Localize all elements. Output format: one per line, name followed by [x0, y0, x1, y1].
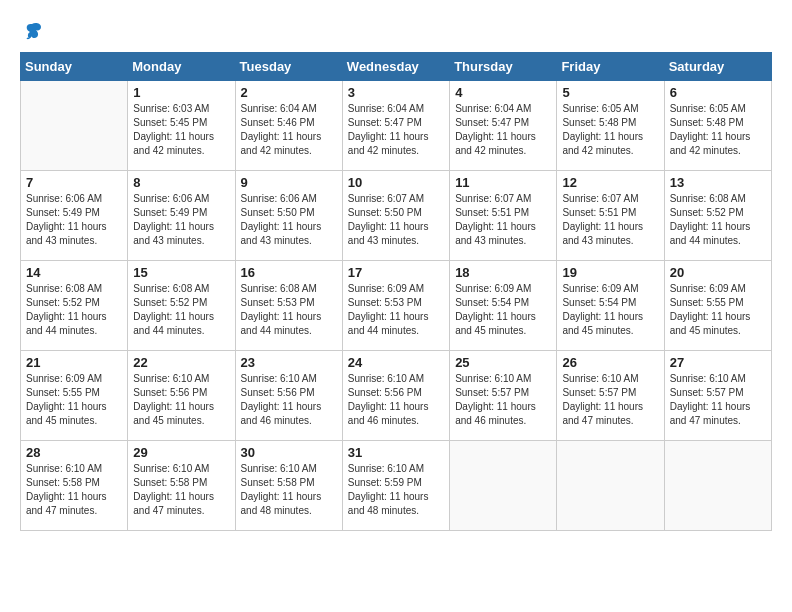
calendar-week-row: 7Sunrise: 6:06 AM Sunset: 5:49 PM Daylig… — [21, 171, 772, 261]
calendar-cell: 14Sunrise: 6:08 AM Sunset: 5:52 PM Dayli… — [21, 261, 128, 351]
calendar-cell: 11Sunrise: 6:07 AM Sunset: 5:51 PM Dayli… — [450, 171, 557, 261]
day-info: Sunrise: 6:10 AM Sunset: 5:58 PM Dayligh… — [241, 462, 337, 518]
day-info: Sunrise: 6:05 AM Sunset: 5:48 PM Dayligh… — [670, 102, 766, 158]
day-number: 15 — [133, 265, 229, 280]
day-info: Sunrise: 6:10 AM Sunset: 5:57 PM Dayligh… — [670, 372, 766, 428]
calendar-cell: 7Sunrise: 6:06 AM Sunset: 5:49 PM Daylig… — [21, 171, 128, 261]
day-number: 24 — [348, 355, 444, 370]
day-info: Sunrise: 6:10 AM Sunset: 5:56 PM Dayligh… — [348, 372, 444, 428]
calendar-cell: 3Sunrise: 6:04 AM Sunset: 5:47 PM Daylig… — [342, 81, 449, 171]
calendar-cell: 20Sunrise: 6:09 AM Sunset: 5:55 PM Dayli… — [664, 261, 771, 351]
day-info: Sunrise: 6:08 AM Sunset: 5:52 PM Dayligh… — [670, 192, 766, 248]
calendar-cell: 18Sunrise: 6:09 AM Sunset: 5:54 PM Dayli… — [450, 261, 557, 351]
calendar-cell: 12Sunrise: 6:07 AM Sunset: 5:51 PM Dayli… — [557, 171, 664, 261]
day-number: 8 — [133, 175, 229, 190]
calendar-cell: 30Sunrise: 6:10 AM Sunset: 5:58 PM Dayli… — [235, 441, 342, 531]
calendar-cell: 5Sunrise: 6:05 AM Sunset: 5:48 PM Daylig… — [557, 81, 664, 171]
calendar-cell: 16Sunrise: 6:08 AM Sunset: 5:53 PM Dayli… — [235, 261, 342, 351]
day-info: Sunrise: 6:09 AM Sunset: 5:55 PM Dayligh… — [670, 282, 766, 338]
weekday-header-tuesday: Tuesday — [235, 53, 342, 81]
calendar-cell: 23Sunrise: 6:10 AM Sunset: 5:56 PM Dayli… — [235, 351, 342, 441]
page-header — [20, 20, 772, 42]
day-number: 14 — [26, 265, 122, 280]
day-info: Sunrise: 6:09 AM Sunset: 5:55 PM Dayligh… — [26, 372, 122, 428]
day-number: 23 — [241, 355, 337, 370]
calendar-cell: 22Sunrise: 6:10 AM Sunset: 5:56 PM Dayli… — [128, 351, 235, 441]
calendar-cell: 27Sunrise: 6:10 AM Sunset: 5:57 PM Dayli… — [664, 351, 771, 441]
day-info: Sunrise: 6:04 AM Sunset: 5:46 PM Dayligh… — [241, 102, 337, 158]
day-number: 26 — [562, 355, 658, 370]
calendar-cell — [664, 441, 771, 531]
weekday-header-thursday: Thursday — [450, 53, 557, 81]
day-number: 11 — [455, 175, 551, 190]
day-number: 29 — [133, 445, 229, 460]
day-number: 31 — [348, 445, 444, 460]
weekday-header-monday: Monday — [128, 53, 235, 81]
day-number: 18 — [455, 265, 551, 280]
day-number: 20 — [670, 265, 766, 280]
day-number: 19 — [562, 265, 658, 280]
day-info: Sunrise: 6:08 AM Sunset: 5:53 PM Dayligh… — [241, 282, 337, 338]
day-number: 4 — [455, 85, 551, 100]
calendar-cell — [557, 441, 664, 531]
calendar-cell: 9Sunrise: 6:06 AM Sunset: 5:50 PM Daylig… — [235, 171, 342, 261]
day-info: Sunrise: 6:07 AM Sunset: 5:50 PM Dayligh… — [348, 192, 444, 248]
day-info: Sunrise: 6:06 AM Sunset: 5:50 PM Dayligh… — [241, 192, 337, 248]
calendar-cell: 15Sunrise: 6:08 AM Sunset: 5:52 PM Dayli… — [128, 261, 235, 351]
day-info: Sunrise: 6:09 AM Sunset: 5:53 PM Dayligh… — [348, 282, 444, 338]
logo-bird-icon — [21, 20, 43, 42]
day-info: Sunrise: 6:07 AM Sunset: 5:51 PM Dayligh… — [455, 192, 551, 248]
day-number: 9 — [241, 175, 337, 190]
weekday-header-saturday: Saturday — [664, 53, 771, 81]
day-info: Sunrise: 6:10 AM Sunset: 5:57 PM Dayligh… — [455, 372, 551, 428]
day-number: 27 — [670, 355, 766, 370]
day-info: Sunrise: 6:10 AM Sunset: 5:56 PM Dayligh… — [133, 372, 229, 428]
day-info: Sunrise: 6:10 AM Sunset: 5:58 PM Dayligh… — [133, 462, 229, 518]
calendar-week-row: 28Sunrise: 6:10 AM Sunset: 5:58 PM Dayli… — [21, 441, 772, 531]
calendar-week-row: 1Sunrise: 6:03 AM Sunset: 5:45 PM Daylig… — [21, 81, 772, 171]
calendar-cell: 28Sunrise: 6:10 AM Sunset: 5:58 PM Dayli… — [21, 441, 128, 531]
calendar-cell: 4Sunrise: 6:04 AM Sunset: 5:47 PM Daylig… — [450, 81, 557, 171]
day-info: Sunrise: 6:04 AM Sunset: 5:47 PM Dayligh… — [348, 102, 444, 158]
day-info: Sunrise: 6:09 AM Sunset: 5:54 PM Dayligh… — [562, 282, 658, 338]
day-number: 6 — [670, 85, 766, 100]
calendar-cell: 8Sunrise: 6:06 AM Sunset: 5:49 PM Daylig… — [128, 171, 235, 261]
calendar-cell: 26Sunrise: 6:10 AM Sunset: 5:57 PM Dayli… — [557, 351, 664, 441]
weekday-header-wednesday: Wednesday — [342, 53, 449, 81]
day-number: 22 — [133, 355, 229, 370]
calendar-week-row: 21Sunrise: 6:09 AM Sunset: 5:55 PM Dayli… — [21, 351, 772, 441]
day-number: 16 — [241, 265, 337, 280]
day-info: Sunrise: 6:08 AM Sunset: 5:52 PM Dayligh… — [133, 282, 229, 338]
calendar-table: SundayMondayTuesdayWednesdayThursdayFrid… — [20, 52, 772, 531]
day-number: 28 — [26, 445, 122, 460]
weekday-header-friday: Friday — [557, 53, 664, 81]
calendar-cell: 10Sunrise: 6:07 AM Sunset: 5:50 PM Dayli… — [342, 171, 449, 261]
weekday-header-row: SundayMondayTuesdayWednesdayThursdayFrid… — [21, 53, 772, 81]
day-number: 3 — [348, 85, 444, 100]
day-info: Sunrise: 6:04 AM Sunset: 5:47 PM Dayligh… — [455, 102, 551, 158]
day-number: 21 — [26, 355, 122, 370]
day-number: 2 — [241, 85, 337, 100]
day-info: Sunrise: 6:06 AM Sunset: 5:49 PM Dayligh… — [133, 192, 229, 248]
day-info: Sunrise: 6:10 AM Sunset: 5:56 PM Dayligh… — [241, 372, 337, 428]
calendar-week-row: 14Sunrise: 6:08 AM Sunset: 5:52 PM Dayli… — [21, 261, 772, 351]
calendar-cell — [21, 81, 128, 171]
day-number: 17 — [348, 265, 444, 280]
weekday-header-sunday: Sunday — [21, 53, 128, 81]
calendar-cell: 29Sunrise: 6:10 AM Sunset: 5:58 PM Dayli… — [128, 441, 235, 531]
day-number: 13 — [670, 175, 766, 190]
day-number: 30 — [241, 445, 337, 460]
day-info: Sunrise: 6:10 AM Sunset: 5:58 PM Dayligh… — [26, 462, 122, 518]
day-info: Sunrise: 6:03 AM Sunset: 5:45 PM Dayligh… — [133, 102, 229, 158]
calendar-cell: 6Sunrise: 6:05 AM Sunset: 5:48 PM Daylig… — [664, 81, 771, 171]
calendar-cell: 31Sunrise: 6:10 AM Sunset: 5:59 PM Dayli… — [342, 441, 449, 531]
day-number: 12 — [562, 175, 658, 190]
day-number: 25 — [455, 355, 551, 370]
day-number: 5 — [562, 85, 658, 100]
calendar-cell: 19Sunrise: 6:09 AM Sunset: 5:54 PM Dayli… — [557, 261, 664, 351]
day-number: 10 — [348, 175, 444, 190]
calendar-cell: 13Sunrise: 6:08 AM Sunset: 5:52 PM Dayli… — [664, 171, 771, 261]
day-info: Sunrise: 6:09 AM Sunset: 5:54 PM Dayligh… — [455, 282, 551, 338]
calendar-cell: 25Sunrise: 6:10 AM Sunset: 5:57 PM Dayli… — [450, 351, 557, 441]
calendar-cell: 1Sunrise: 6:03 AM Sunset: 5:45 PM Daylig… — [128, 81, 235, 171]
